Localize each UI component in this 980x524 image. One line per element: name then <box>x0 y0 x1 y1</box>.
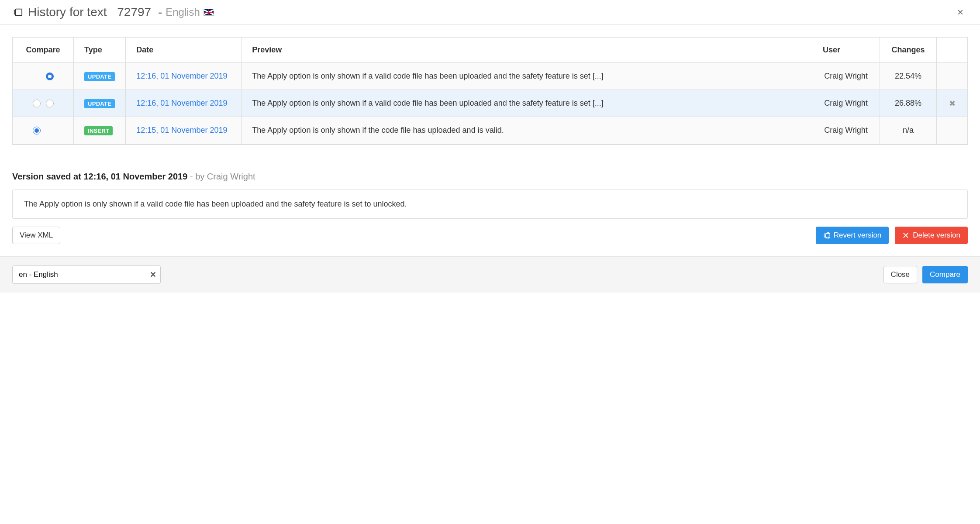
type-badge: INSERT <box>84 126 113 135</box>
history-table: Compare Type Date Preview User Changes U… <box>12 37 968 145</box>
changes-cell: 26.88% <box>880 90 937 117</box>
dialog-footer: ✕ Close Compare <box>0 256 980 293</box>
dialog-header: History for text 72797 - English × <box>0 0 980 25</box>
version-byline: - by Craig Wright <box>190 172 255 181</box>
revert-icon <box>823 232 830 239</box>
type-badge: UPDATE <box>84 99 115 108</box>
svg-rect-1 <box>16 9 22 16</box>
compare-radio-b[interactable] <box>46 100 54 107</box>
language-label: English <box>166 6 200 18</box>
version-content: The Apply option is only shown if a vali… <box>12 190 968 219</box>
col-header-date: Date <box>126 38 242 63</box>
language-select-input[interactable] <box>12 265 161 284</box>
user-cell: Craig Wright <box>812 90 880 117</box>
close-icon[interactable]: × <box>954 5 967 19</box>
type-badge: UPDATE <box>84 72 115 81</box>
close-button[interactable]: Close <box>883 266 917 283</box>
version-title: Version saved at 12:16, 01 November 2019… <box>12 172 968 182</box>
compare-radio-a[interactable] <box>33 100 41 107</box>
version-date-link[interactable]: 12:15, 01 November 2019 <box>136 126 227 134</box>
col-header-actions <box>937 38 967 63</box>
table-row[interactable]: UPDATE12:16, 01 November 2019The Apply o… <box>13 63 967 90</box>
compare-radio-b[interactable] <box>46 72 54 80</box>
delete-version-button[interactable]: Delete version <box>895 227 968 244</box>
col-header-type: Type <box>74 38 126 63</box>
svg-rect-0 <box>14 10 15 15</box>
version-date-link[interactable]: 12:16, 01 November 2019 <box>136 99 227 107</box>
preview-text: The Apply option is only shown if the co… <box>242 117 812 144</box>
delete-icon <box>902 232 909 239</box>
changes-cell: n/a <box>880 117 937 144</box>
version-date-link[interactable]: 12:16, 01 November 2019 <box>136 72 227 80</box>
table-row[interactable]: UPDATE12:16, 01 November 2019The Apply o… <box>13 90 967 117</box>
user-cell: Craig Wright <box>812 63 880 90</box>
compare-button[interactable]: Compare <box>922 266 968 283</box>
view-xml-button[interactable]: View XML <box>12 227 60 244</box>
col-header-changes: Changes <box>880 38 937 63</box>
revert-version-button[interactable]: Revert version <box>816 227 889 244</box>
preview-text: The Apply option is only shown if a vali… <box>242 90 812 117</box>
language-select[interactable]: ✕ <box>12 265 161 284</box>
col-header-user: User <box>812 38 880 63</box>
dialog-title: History for text 72797 - English <box>28 5 214 19</box>
delete-row-icon[interactable]: ✖ <box>949 99 956 108</box>
preview-text: The Apply option is only shown if a vali… <box>242 63 812 90</box>
compare-radio-a[interactable] <box>33 127 41 134</box>
clear-icon[interactable]: ✕ <box>150 270 156 279</box>
col-header-preview: Preview <box>242 38 812 63</box>
col-header-compare: Compare <box>13 38 74 63</box>
changes-cell: 22.54% <box>880 63 937 90</box>
uk-flag-icon <box>204 9 214 16</box>
text-block-icon <box>13 7 23 17</box>
user-cell: Craig Wright <box>812 117 880 144</box>
history-dialog: History for text 72797 - English × Compa… <box>0 0 980 293</box>
table-row[interactable]: INSERT12:15, 01 November 2019The Apply o… <box>13 117 967 144</box>
separator <box>12 161 968 161</box>
